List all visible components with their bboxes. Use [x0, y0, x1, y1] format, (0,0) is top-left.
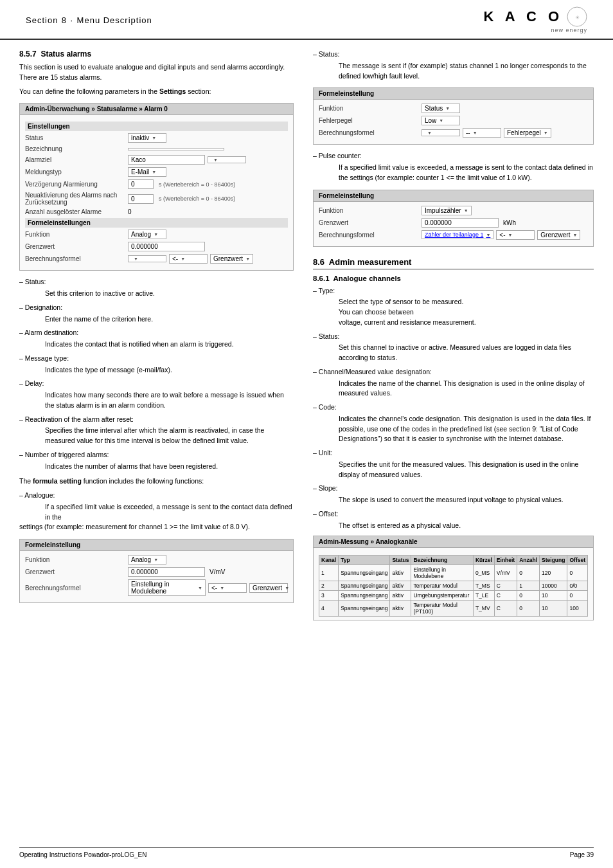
form-row-verzogerung: Verzögerung Alarmierung 0 s (Wertebereic… — [25, 179, 288, 189]
col-bezeichnung: Bezeichnung — [411, 556, 473, 565]
einstellungen-label: Einstellungen — [25, 122, 288, 131]
alarmziel-input[interactable]: Kaco — [128, 155, 205, 165]
table-header-row: Kanal Typ Status Bezeichnung Kürzel Einh… — [319, 556, 588, 565]
logo-sub: new energy — [551, 27, 587, 33]
footer-left: Operating Instructions Powador-proLOG_EN — [19, 851, 147, 858]
fps-fehlerpegel-select[interactable]: Low — [422, 116, 460, 125]
grenzwert-value: 0.000000 — [128, 242, 288, 251]
kaco-logo: K A C O — [484, 8, 563, 25]
fps-berechnung-sel3[interactable]: Fehlerpegel — [504, 128, 551, 138]
bullet-designation: – Designation: Enter the name of the cri… — [19, 303, 294, 325]
formula-intro-text: The formula setting function includes th… — [19, 476, 294, 487]
fp-pulse-body: Funktion Impulszähler Grenzwert 0.000000 — [314, 202, 593, 246]
table-cell: Temperatur Modul (PT100) — [411, 601, 473, 617]
fp1-funktion-select[interactable]: Analog — [128, 555, 166, 565]
fps-berechnung-sel1[interactable] — [422, 129, 460, 136]
col-kanal: Kanal — [319, 556, 339, 565]
table-cell: 0/0 — [567, 581, 588, 591]
section-dot: · — [71, 15, 74, 25]
table-cell: aktiv — [390, 565, 411, 581]
table-cell: 0 — [517, 565, 540, 581]
meldungstyp-select[interactable]: E-Mail — [128, 167, 166, 177]
table-cell: aktiv — [390, 601, 411, 617]
table-cell: 2 — [319, 581, 339, 591]
table-row: 4SpannungseingangaktivTemperatur Modul (… — [319, 601, 588, 617]
intro-text-2: You can define the following parameters … — [19, 87, 294, 97]
fp-status-title: Formeleinstellung — [314, 88, 593, 100]
berechnung-sel3[interactable]: Grenzwert — [210, 254, 253, 264]
fpp-funktion-label: Funktion — [319, 207, 422, 214]
section-861-heading: 8.6.1 Analogue channels — [313, 275, 594, 282]
bullet-reactivation: – Reactivation of the alarm after reset:… — [19, 415, 294, 446]
left-column: 8.5.7 Status alarms This section is used… — [19, 50, 306, 626]
fpp-grenzwert-input[interactable]: 0.000000 — [422, 218, 499, 228]
analogue-table-body: Kanal Typ Status Bezeichnung Kürzel Einh… — [314, 548, 593, 620]
admin-panel-status-alarms: Admin-Überwachung » Statusalarme » Alarm… — [19, 103, 294, 271]
fpp-funktion-select[interactable]: Impulszähler — [422, 206, 472, 215]
formula-panel-status: Formeleinstellung Funktion Status Fehler… — [313, 87, 594, 145]
fp1-funktion-row: Funktion Analog — [25, 555, 288, 565]
bezeichnung-input[interactable] — [128, 148, 224, 150]
table-cell: aktiv — [390, 591, 411, 601]
861-offset: – Offset: The offset is entered as a phy… — [313, 509, 594, 531]
fps-berechnung-row: Berechnungsformel -- Fehlerpegel — [319, 128, 588, 138]
funktion-label: Funktion — [25, 231, 128, 238]
table-cell: Einstellung in Modulebene — [411, 565, 473, 581]
table-cell: 0_MS — [473, 565, 494, 581]
fp1-grenzwert-input[interactable]: 0.000000 — [128, 567, 205, 577]
table-cell: T_LE — [473, 591, 494, 601]
analogue-table-wrapper: Admin-Messung » Analogkanäle Kanal Typ S… — [313, 536, 594, 620]
bullet-status: – Status: Set this criterion to inactive… — [19, 277, 294, 299]
svg-text:☀: ☀ — [575, 15, 580, 21]
fp1-berechnung-sel2[interactable]: <- — [208, 583, 247, 593]
status-select[interactable]: inaktiv — [128, 133, 166, 143]
verzogerung-hint: s (Wertebereich = 0 - 86400s) — [159, 181, 235, 188]
fps-funktion-select[interactable]: Status — [422, 104, 460, 113]
verzogerung-input[interactable]: 0 — [128, 179, 154, 189]
right-status-text: The message is sent if (for example) sta… — [339, 61, 594, 82]
table-cell: Umgebungstemperatur — [411, 591, 473, 601]
bullet-reactivation-text: Specifies the time interval after which … — [45, 426, 294, 446]
table-cell: aktiv — [390, 581, 411, 591]
logo-area: K A C O ☀ new energy — [484, 6, 587, 33]
fpp-funktion-row: Funktion Impulszähler — [319, 206, 588, 215]
verzogerung-value: 0 s (Wertebereich = 0 - 86400s) — [128, 179, 288, 189]
bezeichnung-label: Bezeichnung — [25, 145, 128, 152]
table-cell: 10000 — [540, 581, 567, 591]
formula-panel-1-title: Formeleinstellung — [20, 539, 293, 551]
fpp-berechnung-sel1[interactable]: Zähler der Teilanlage 1 — [422, 230, 493, 239]
section-857-title: 8.5.7 Status alarms — [19, 50, 294, 59]
table-cell: 0 — [517, 591, 540, 601]
table-cell: Spannungseingang — [339, 565, 390, 581]
bullet-analogue: – Analogue: If a specified limit value i… — [19, 491, 294, 532]
fpp-berechnung-sel2[interactable]: <- — [496, 230, 535, 240]
fp1-berechnung-sel3[interactable]: Grenzwert — [249, 583, 288, 593]
fps-berechnung-sel2[interactable]: -- — [463, 128, 501, 138]
status-field-value: inaktiv — [128, 133, 288, 143]
neustart-input[interactable]: 0 — [128, 194, 154, 204]
bullet-delay: – Delay: Indicates how many seconds ther… — [19, 379, 294, 410]
alarmziel-select[interactable] — [208, 156, 246, 163]
form-row-status: Status inaktiv — [25, 133, 288, 143]
bullet-delay-text: Indicates how many seconds there are to … — [45, 390, 294, 411]
fpp-berechnung-sel3[interactable]: Grenzwert — [537, 230, 580, 240]
table-cell: 10 — [540, 601, 567, 617]
berechnung-sel2[interactable]: <- — [169, 254, 208, 264]
berechnung-sel1[interactable] — [128, 255, 166, 262]
neustart-hint: s (Wertebereich = 0 - 86400s) — [159, 195, 235, 202]
neustart-label: Neuaktivierung des Alarms nach Zurückset… — [25, 192, 128, 206]
fp1-berechnung-sel1[interactable]: Einstellung in Modulebene — [128, 579, 206, 596]
formula-panel-pulse: Formeleinstellung Funktion Impulszähler … — [313, 190, 594, 247]
col-kuerzel: Kürzel — [473, 556, 494, 565]
table-cell: C — [494, 591, 517, 601]
table-cell: Spannungseingang — [339, 591, 390, 601]
table-cell: V/mV — [494, 565, 517, 581]
grenzwert-input[interactable]: 0.000000 — [128, 242, 205, 251]
funktion-select[interactable]: Analog — [128, 230, 166, 239]
fpp-grenzwert-label: Grenzwert — [319, 219, 422, 226]
meldungstyp-value: E-Mail — [128, 167, 288, 177]
section-86-heading: 8.6 Admin measurement — [313, 257, 594, 269]
bullet-number-text: Indicates the number of alarms that have… — [45, 462, 294, 472]
table-cell: 0 — [517, 601, 540, 617]
analogue-channels-table: Kanal Typ Status Bezeichnung Kürzel Einh… — [319, 555, 588, 617]
